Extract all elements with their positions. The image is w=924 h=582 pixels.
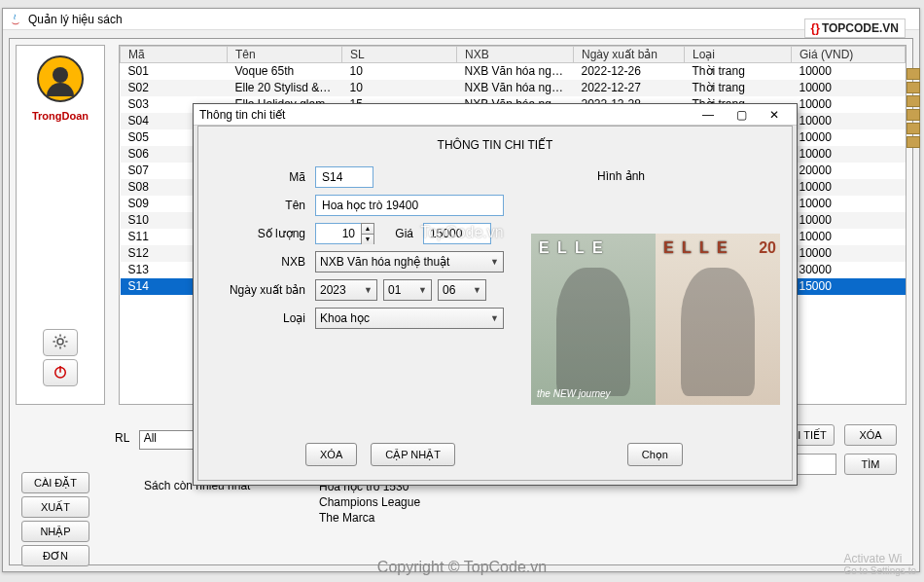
dialog-titlebar: Thông tin chi tiết — ▢ ✕	[194, 104, 797, 126]
side-tab-icon	[906, 82, 920, 93]
side-tab-icon	[906, 95, 920, 107]
col-header[interactable]: Loại	[685, 47, 792, 63]
ten-label: Tên	[228, 199, 305, 212]
nxb-select[interactable]: NXB Văn hóa nghệ thuật	[315, 251, 504, 273]
col-header[interactable]: SL	[342, 47, 457, 63]
col-header[interactable]: Ngày xuất bản	[574, 47, 685, 63]
dialog-title: Thông tin chi tiết	[199, 108, 285, 122]
topcode-logo: {} TOPCODE.VN	[804, 18, 906, 38]
spinner-down-icon[interactable]: ▼	[362, 235, 373, 244]
capnhat-button[interactable]: CẬP NHẬT	[371, 443, 455, 466]
col-header[interactable]: Tên	[228, 47, 342, 63]
side-tab-icon	[906, 123, 920, 134]
magazine-cover-2: E L L E 20	[656, 234, 780, 405]
cell-ngay: 2022-12-26	[574, 63, 685, 80]
list-item: Champions League	[319, 494, 420, 510]
don-button[interactable]: ĐƠN	[21, 545, 89, 566]
gia-input[interactable]	[423, 223, 491, 244]
month-select[interactable]: 01	[383, 279, 432, 301]
col-header[interactable]: Mã	[121, 47, 228, 63]
logo-brace-icon: {}	[811, 21, 820, 35]
sl-label: Số lượng	[228, 227, 305, 240]
table-row[interactable]: S02Elle 20 Stylisd & c…10NXB Văn hóa ngh…	[121, 80, 906, 96]
cell-gia: 10000	[792, 129, 906, 146]
sl-spinner[interactable]: ▲▼	[361, 223, 374, 244]
year-select[interactable]: 2023	[315, 279, 377, 301]
power-button[interactable]	[43, 359, 78, 386]
cell-gia: 10000	[792, 146, 906, 163]
java-icon	[9, 13, 22, 26]
cell-gia: 10000	[792, 245, 906, 262]
activate-watermark: Activate Wi Go to Settings to	[844, 552, 917, 576]
table-row[interactable]: S01Voque 65th10NXB Văn hóa ngh…2022-12-2…	[121, 63, 906, 80]
cell-sl: 10	[342, 63, 457, 80]
cell-gia: 10000	[792, 229, 906, 245]
minimize-button[interactable]: —	[692, 105, 725, 125]
dialog-heading: THÔNG TIN CHI TIẾT	[198, 127, 792, 160]
svg-point-0	[57, 339, 63, 345]
ngay-label: Ngày xuất bản	[228, 283, 305, 297]
window-title: Quản lý hiệu sách	[28, 13, 123, 26]
cell-gia: 10000	[792, 80, 906, 96]
sachcon-list: Hoa học trò 1530Champions LeagueThe Marc…	[319, 479, 420, 526]
xuat-button[interactable]: XUẤT	[21, 496, 89, 518]
title-bar: Quản lý hiệu sách	[3, 9, 919, 30]
cell-nxb: NXB Văn hóa ngh…	[457, 80, 574, 96]
side-tab-icon	[906, 68, 920, 80]
power-icon	[52, 363, 69, 383]
gear-icon	[52, 333, 69, 353]
side-tab-icon	[906, 136, 920, 148]
col-header[interactable]: NXB	[457, 47, 574, 63]
cell-sl: 10	[342, 80, 457, 96]
rl-label: RL	[115, 431, 129, 445]
settings-button[interactable]	[43, 329, 78, 356]
cell-ten: Voque 65th	[228, 63, 342, 80]
close-button[interactable]: ✕	[758, 105, 791, 125]
xoa-button[interactable]: XÓA	[844, 424, 897, 446]
caidat-button[interactable]: CÀI ĐẶT	[21, 472, 89, 493]
cell-gia: 10000	[792, 113, 906, 129]
logo-text: TOPCODE.VN	[822, 21, 899, 35]
cell-gia: 10000	[792, 179, 906, 196]
cell-gia: 10000	[792, 212, 906, 229]
maximize-button[interactable]: ▢	[725, 105, 758, 125]
gia-label: Giá	[374, 227, 413, 240]
detail-dialog: Thông tin chi tiết — ▢ ✕ THÔNG TIN CHI T…	[193, 103, 798, 486]
image-preview: E L L E the NEW journey E L L E 20	[531, 234, 780, 405]
hinhanh-label: Hình ảnh	[597, 169, 645, 183]
cell-gia: 10000	[792, 196, 906, 212]
cell-ten: Elle 20 Stylisd & c…	[228, 80, 342, 96]
avatar	[37, 55, 84, 102]
loai-label: Loại	[228, 311, 305, 325]
cell-gia: 30000	[792, 262, 906, 278]
side-tab-icon	[906, 109, 920, 121]
cell-loai: Thời trang	[685, 80, 792, 96]
day-select[interactable]: 06	[438, 279, 486, 301]
side-tabs	[906, 66, 916, 150]
ma-label: Mã	[228, 170, 305, 184]
magazine-cover-1: E L L E the NEW journey	[531, 234, 656, 405]
cell-gia: 10000	[792, 63, 906, 80]
sidebar: TrongDoan	[16, 45, 105, 405]
list-item: The Marca	[319, 510, 420, 526]
dialog-body: THÔNG TIN CHI TIẾT Hình ảnh Mã Tên Số lư…	[197, 126, 793, 481]
cell-ma: S02	[121, 80, 228, 96]
nhap-button[interactable]: NHẬP	[21, 521, 89, 542]
cell-loai: Thời trang	[685, 63, 792, 80]
cell-ma: S01	[121, 63, 228, 80]
sl-input[interactable]	[315, 223, 362, 244]
chon-button[interactable]: Chọn	[627, 443, 683, 466]
tim-button[interactable]: TÌM	[844, 454, 897, 475]
col-header[interactable]: Giá (VND)	[792, 47, 906, 63]
watermark-bottom: Copyright © TopCode.vn	[377, 559, 547, 576]
spinner-up-icon[interactable]: ▲	[362, 224, 373, 235]
ma-input[interactable]	[315, 166, 373, 188]
cell-gia: 15000	[792, 278, 906, 295]
ten-input[interactable]	[315, 195, 504, 216]
cell-gia: 10000	[792, 96, 906, 113]
loai-select[interactable]: Khoa học	[315, 308, 504, 329]
dialog-xoa-button[interactable]: XÓA	[305, 443, 357, 466]
cell-gia: 20000	[792, 163, 906, 179]
username: TrongDoan	[17, 110, 104, 122]
nxb-label: NXB	[228, 255, 305, 269]
